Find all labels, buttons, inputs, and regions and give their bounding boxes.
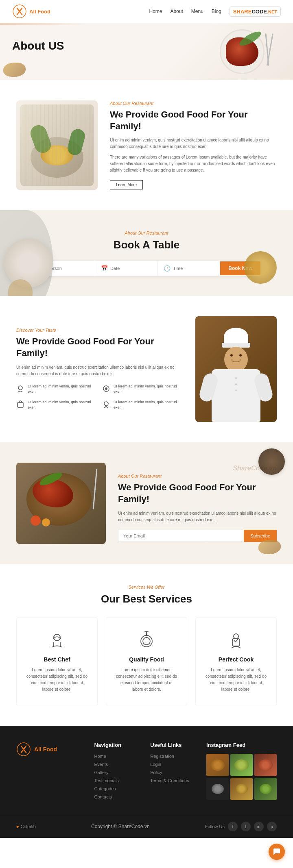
footer-instagram-title: Instagram Feed — [206, 742, 277, 748]
footer-link-login[interactable]: Login — [150, 762, 194, 767]
instagram-item-4[interactable] — [206, 778, 229, 800]
navbar: All Food Home About Menu Blog SHARECODE.… — [0, 0, 293, 23]
footer-heart: ♥ Colorlib — [16, 824, 36, 829]
footer-link-testimonials[interactable]: Testimonials — [94, 778, 138, 783]
feature-3: Ut lorem adi minim venim, quis nostrud e… — [16, 400, 97, 411]
newsletter-text: ShareCode.vn About Our Restaurant We Pro… — [118, 465, 277, 542]
instagram-item-1[interactable] — [206, 754, 229, 776]
discover-heading: We Provide Good Food For Your Family! — [16, 336, 183, 359]
social-facebook[interactable]: f — [228, 822, 238, 831]
discover-para: Ut enim ad minim veniam, quis nostrud ex… — [16, 364, 183, 377]
newsletter-para: Ut enim ad minim veniam, quis nostrud ex… — [118, 510, 277, 523]
logo-text: All Food — [29, 9, 50, 15]
services-tag: Services We Offer — [16, 585, 277, 590]
social-pinterest[interactable]: p — [267, 822, 277, 831]
newsletter-tag: About Our Restaurant — [118, 474, 277, 479]
footer-copyright: Copyright © ShareCode.vn — [91, 824, 150, 829]
booking-food-decor-right — [244, 251, 281, 288]
social-twitter[interactable]: t — [241, 822, 251, 831]
service-desc-chef: Lorem ipsum dolor sit amet, consectetur … — [25, 667, 89, 693]
about-heading: We Provide Good Food For Your Family! — [110, 109, 277, 132]
newsletter-food-image — [16, 463, 106, 544]
logo[interactable]: All Food — [12, 4, 50, 19]
nav-home[interactable]: Home — [149, 9, 162, 14]
sharecode-badge: SHARECODE.NET — [230, 7, 281, 17]
svg-point-7 — [104, 402, 108, 406]
sharecode-watermark: ShareCode.vn — [118, 465, 277, 472]
booking-date-field[interactable]: 📅 — [95, 261, 158, 276]
feature-text-2: Ut lorem adi minim venim, quis nostrud e… — [114, 384, 183, 395]
footer-logo: All Food — [16, 742, 82, 757]
footer-brand-col: All Food — [16, 742, 82, 803]
footer-link-registration[interactable]: Registration — [150, 754, 194, 759]
about-para-1: Ut enim ad minim veniam, quis nostrud ex… — [110, 137, 277, 150]
booking-section: About Our Restaurant Book A Table 👤 📅 🕐 … — [0, 210, 293, 296]
nav-blog[interactable]: Blog — [212, 9, 221, 14]
service-name-chef: Best Chef — [25, 656, 89, 663]
services-heading: Our Best Services — [16, 593, 277, 605]
footer-link-categories[interactable]: Categories — [94, 786, 138, 791]
footer-link-events[interactable]: Events — [94, 762, 138, 767]
newsletter-coffee-decor — [258, 448, 285, 475]
instagram-item-6[interactable] — [254, 778, 277, 800]
about-tag: About Our Restaurant — [110, 101, 277, 106]
svg-point-13 — [234, 634, 238, 639]
instagram-item-5[interactable] — [230, 778, 253, 800]
feature-icon-3 — [16, 400, 24, 410]
svg-point-11 — [143, 637, 150, 645]
date-input[interactable] — [110, 266, 152, 271]
food-icon — [114, 630, 179, 650]
heart-label: Colorlib — [21, 824, 36, 829]
chef-icon — [25, 630, 89, 650]
hero-section: About US — [0, 23, 293, 80]
services-grid: Best Chef Lorem ipsum dolor sit amet, co… — [16, 618, 277, 705]
cook-icon — [204, 630, 268, 650]
services-section: Services We Offer Our Best Services Best… — [0, 564, 293, 726]
hero-bread-decor — [3, 63, 26, 77]
service-card-perfect-cook: Perfect Cook Lorem ipsum dolor sit amet,… — [195, 618, 277, 705]
discover-text: Discover Your Taste We Provide Good Food… — [16, 328, 183, 410]
footer-instagram-grid — [206, 754, 277, 800]
logo-icon — [12, 4, 27, 19]
feature-text-1: Ut lorem adi minim venim, quis nostrud e… — [28, 384, 97, 395]
newsletter-section: ShareCode.vn About Our Restaurant We Pro… — [0, 442, 293, 564]
footer-bottom: ♥ Colorlib Copyright © ShareCode.vn Foll… — [16, 815, 277, 838]
email-input[interactable] — [118, 530, 244, 542]
footer: All Food Navigation Home Events Gallery … — [0, 726, 293, 838]
footer-logo-icon — [16, 742, 31, 757]
time-input[interactable] — [173, 266, 214, 271]
booking-time-field[interactable]: 🕐 — [158, 261, 220, 276]
instagram-item-3[interactable] — [254, 754, 277, 776]
footer-link-gallery[interactable]: Gallery — [94, 770, 138, 775]
service-name-cook: Perfect Cook — [204, 656, 268, 663]
footer-useful-col: Useful Links Registration Login Policy T… — [150, 742, 194, 803]
service-card-best-chef: Best Chef Lorem ipsum dolor sit amet, co… — [16, 618, 98, 705]
clock-icon: 🕐 — [164, 265, 171, 272]
footer-link-contacts[interactable]: Contacts — [94, 794, 138, 799]
footer-link-home[interactable]: Home — [94, 754, 138, 759]
footer-logo-text: All Food — [34, 746, 57, 753]
feature-icon-2 — [102, 385, 110, 394]
calendar-icon: 📅 — [101, 265, 108, 272]
footer-link-terms[interactable]: Terms & Conditions — [150, 778, 194, 783]
feature-icon-4 — [102, 400, 110, 410]
about-section: About Our Restaurant We Provide Good Foo… — [0, 80, 293, 210]
newsletter-bread-decor — [258, 540, 281, 554]
footer-link-policy[interactable]: Policy — [150, 770, 194, 775]
footer-nav-title: Navigation — [94, 742, 138, 748]
discover-chef-image — [195, 316, 277, 422]
hero-accent-line — [0, 23, 293, 25]
footer-useful-title: Useful Links — [150, 742, 194, 748]
learn-more-button[interactable]: Learn More — [110, 180, 143, 189]
follow-us-text: Follow Us — [205, 824, 225, 829]
hero-food-decoration — [191, 27, 277, 76]
svg-point-3 — [18, 386, 22, 390]
footer-main: All Food Navigation Home Events Gallery … — [16, 742, 277, 803]
social-instagram[interactable]: in — [254, 822, 264, 831]
nav-about[interactable]: About — [170, 9, 183, 14]
instagram-item-2[interactable] — [230, 754, 253, 776]
nav-links: Home About Menu Blog SHARECODE.NET — [149, 7, 281, 17]
about-text-content: About Our Restaurant We Provide Good Foo… — [110, 101, 277, 189]
discover-section: Discover Your Taste We Provide Good Food… — [0, 296, 293, 442]
nav-menu[interactable]: Menu — [191, 9, 203, 14]
